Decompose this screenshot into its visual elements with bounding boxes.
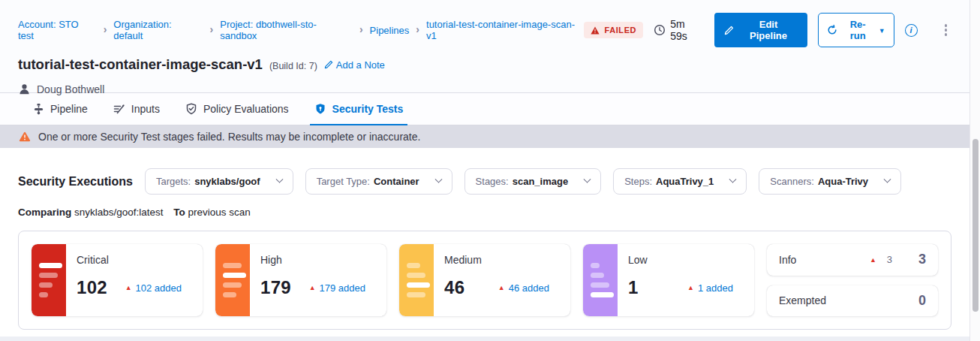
comparing-line: Comparing snyklabs/goof:latest To previo… <box>18 207 951 218</box>
edit-pipeline-label: Edit Pipeline <box>739 19 797 41</box>
medium-added-label: 46 added <box>509 282 549 294</box>
info-label: Info <box>779 254 843 266</box>
exempted-card[interactable]: Exempted 0 <box>767 285 938 317</box>
tab-policy-evaluations[interactable]: Policy Evaluations <box>185 93 289 125</box>
warning-triangle-icon <box>19 131 31 142</box>
warning-triangle-icon <box>591 26 600 35</box>
section-title: Security Executions <box>18 175 133 189</box>
stages-filter-label: Stages: <box>476 176 509 187</box>
filter-bar: Targets: snyklabs/goof Target Type: Cont… <box>145 168 901 195</box>
targets-filter-value: snyklabs/goof <box>194 176 260 187</box>
critical-added-label: 102 added <box>136 282 182 294</box>
high-count: 179 <box>260 277 291 298</box>
comparing-to-label: To <box>173 207 185 218</box>
high-card[interactable]: High 179 ▲ 179 added <box>215 244 386 316</box>
stages-filter[interactable]: Stages: scan_image <box>464 168 602 195</box>
tab-security-tests[interactable]: Security Tests <box>314 93 404 125</box>
summary-stack: Info ▲ 3 3 Exempted 0 <box>767 244 938 316</box>
vertical-scrollbar[interactable] <box>969 0 980 341</box>
clock-icon <box>654 24 666 36</box>
triangle-up-icon: ▲ <box>309 284 316 291</box>
tab-inputs[interactable]: Inputs <box>113 93 160 125</box>
critical-label: Critical <box>77 254 192 266</box>
chevron-down-icon <box>884 176 891 183</box>
info-icon[interactable]: i <box>905 24 918 37</box>
target-type-filter-label: Target Type: <box>317 176 370 187</box>
warning-banner: One or more Security Test stages failed.… <box>0 125 969 148</box>
shield-check-icon <box>185 103 197 115</box>
chevron-right-icon: › <box>104 23 107 35</box>
warning-banner-text: One or more Security Test stages failed.… <box>38 131 420 143</box>
low-added-label: 1 added <box>698 282 733 294</box>
scanners-filter-label: Scanners: <box>770 176 814 187</box>
breadcrumb-project[interactable]: Project: dbothwell-sto-sandbox <box>220 19 353 41</box>
low-card[interactable]: Low 1 ▲ 1 added <box>583 244 754 316</box>
high-severity-icon <box>215 244 250 316</box>
scrollbar-thumb[interactable] <box>972 139 978 312</box>
medium-card[interactable]: Medium 46 ▲ 46 added <box>399 244 570 316</box>
edit-pipeline-button[interactable]: Edit Pipeline <box>714 13 807 47</box>
next-section-edge <box>0 336 969 341</box>
triangle-up-icon: ▲ <box>687 284 694 291</box>
triangle-up-icon: ▲ <box>498 284 505 291</box>
low-severity-icon <box>583 244 618 316</box>
breadcrumb-pipeline-name[interactable]: tutorial-test-container-image-scan-v1 <box>426 19 584 41</box>
tab-security-tests-label: Security Tests <box>332 103 404 115</box>
steps-filter[interactable]: Steps: AquaTrivy_1 <box>613 168 747 195</box>
breadcrumb: Account: STO test › Organization: defaul… <box>18 19 584 41</box>
medium-count: 46 <box>444 277 464 298</box>
targets-filter-label: Targets: <box>156 176 191 187</box>
target-type-filter[interactable]: Target Type: Container <box>305 168 452 195</box>
pencil-icon <box>324 60 333 69</box>
critical-added-link[interactable]: ▲ 102 added <box>125 282 182 294</box>
rerun-button[interactable]: Re-run ▼ <box>818 13 894 47</box>
tab-policy-evaluations-label: Policy Evaluations <box>203 103 289 115</box>
breadcrumb-organization[interactable]: Organization: default <box>113 19 203 41</box>
medium-added-link[interactable]: ▲ 46 added <box>498 282 549 294</box>
steps-filter-label: Steps: <box>624 176 652 187</box>
high-added-label: 179 added <box>320 282 365 294</box>
chevron-down-icon <box>434 176 442 183</box>
add-note-label: Add a Note <box>336 59 385 71</box>
build-id: (Build Id: 7) <box>269 61 317 71</box>
info-count: 3 <box>918 252 926 267</box>
targets-filter[interactable]: Targets: snyklabs/goof <box>145 168 293 195</box>
chevron-right-icon: › <box>359 23 363 35</box>
inputs-icon <box>113 103 125 115</box>
duration: 5m 59s <box>654 18 704 42</box>
comparing-baseline: previous scan <box>188 207 250 218</box>
triangle-up-icon: ▲ <box>870 256 876 264</box>
comparing-target: snyklabs/goof:latest <box>74 207 164 218</box>
severity-summary-card: Critical 102 ▲ 102 added High <box>18 231 951 330</box>
add-note-link[interactable]: Add a Note <box>324 59 385 71</box>
high-added-link[interactable]: ▲ 179 added <box>309 282 365 294</box>
steps-filter-value: AquaTrivy_1 <box>656 176 714 187</box>
exempted-label: Exempted <box>779 294 843 306</box>
rerun-label: Re-run <box>843 19 873 41</box>
info-delta: 3 <box>887 254 892 265</box>
user-avatar-icon <box>18 83 31 95</box>
breadcrumb-account[interactable]: Account: STO test <box>18 19 97 41</box>
rerun-refresh-icon <box>827 25 837 35</box>
info-card[interactable]: Info ▲ 3 3 <box>767 244 938 276</box>
low-added-link[interactable]: ▲ 1 added <box>687 282 733 294</box>
page: Account: STO test › Organization: defaul… <box>0 0 969 341</box>
critical-card[interactable]: Critical 102 ▲ 102 added <box>32 244 203 316</box>
more-options-menu[interactable] <box>940 21 952 39</box>
duration-value: 5m 59s <box>670 18 704 42</box>
shield-security-icon <box>314 103 326 115</box>
breadcrumb-pipelines[interactable]: Pipelines <box>370 25 410 36</box>
scanners-filter-value: Aqua-Trivy <box>818 176 868 187</box>
pipeline-icon <box>33 103 44 115</box>
scanners-filter[interactable]: Scanners: Aqua-Trivy <box>759 168 901 195</box>
security-executions-section: Security Executions Targets: snyklabs/go… <box>0 148 969 330</box>
medium-label: Medium <box>444 254 560 266</box>
high-label: High <box>260 254 376 266</box>
pencil-icon <box>724 26 734 35</box>
tab-bar: Pipeline Inputs Policy Evaluations Secur… <box>0 93 969 125</box>
tab-pipeline-label: Pipeline <box>50 103 88 115</box>
medium-severity-icon <box>399 244 434 316</box>
chevron-down-icon <box>584 176 591 183</box>
tab-pipeline[interactable]: Pipeline <box>33 93 88 125</box>
chevron-down-icon: ▼ <box>879 27 885 35</box>
